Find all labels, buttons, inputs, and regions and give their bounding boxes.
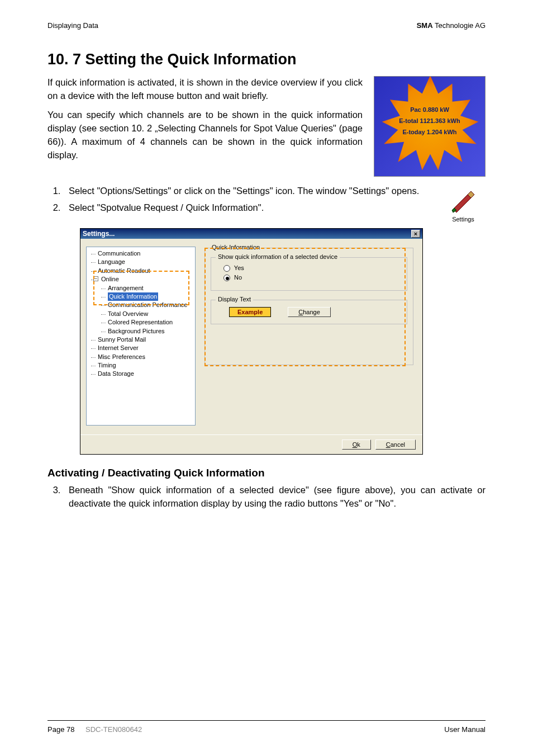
header-company-bold: SMA — [417, 21, 433, 30]
radio-yes-icon — [223, 265, 230, 272]
radio-yes-label: Yes — [234, 264, 244, 271]
tree-online[interactable]: Online — [101, 276, 119, 282]
tree-background-pictures[interactable]: Background Pictures — [88, 327, 194, 336]
intro-paragraph-1: If quick information is activated, it is… — [47, 76, 363, 103]
radio-no-icon — [223, 275, 230, 281]
radio-yes[interactable]: Yes — [223, 264, 400, 272]
example-swatch: Example — [229, 307, 271, 317]
step-1: Select "Options/Settings" or click on th… — [63, 185, 431, 198]
change-button[interactable]: Change — [288, 307, 331, 317]
tree-communication[interactable]: Communication — [88, 249, 194, 258]
display-text-group-label: Display Text — [216, 296, 253, 303]
dialog-title: Settings... — [83, 230, 115, 238]
tree-data-storage[interactable]: Data Storage — [88, 370, 194, 378]
settings-icon-label: Settings — [441, 216, 486, 223]
tree-internet-server[interactable]: Internet Server — [88, 344, 194, 352]
radio-no-label: No — [234, 274, 242, 281]
tree-colored-representation[interactable]: Colored Representation — [88, 318, 194, 327]
settings-icon — [449, 185, 478, 214]
footer-docid: SDC-TEN080642 — [85, 725, 142, 734]
show-quick-info-group-label: Show quick information of a selected dev… — [216, 253, 340, 260]
quick-info-line-1: Pac 0.880 kW — [374, 105, 485, 116]
header-left: Displaying Data — [47, 21, 98, 30]
tree-sunny-portal-mail[interactable]: Sunny Portal Mail — [88, 336, 194, 344]
quick-information-group-label: Quick Information — [210, 244, 262, 251]
header-right: SMA Technologie AG — [417, 21, 486, 30]
settings-dialog-figure: Settings... × Communication Language Aut… — [80, 228, 423, 455]
subsection-heading: Activating / Deactivating Quick Informat… — [47, 467, 486, 479]
quick-info-line-2: E-total 1121.363 kWh — [374, 116, 485, 127]
settings-tree[interactable]: Communication Language Automatic Readout… — [86, 247, 196, 426]
footer-right: User Manual — [444, 725, 486, 734]
step-2: Select "Spotvalue Request / Quick Inform… — [63, 201, 431, 215]
tree-arrangement[interactable]: Arrangement — [88, 284, 194, 292]
intro-paragraph-2: You can specify which channels are to be… — [47, 108, 363, 162]
page-title: 10. 7 Setting the Quick Information — [47, 51, 486, 68]
step-3: Beneath "Show quick information of a sel… — [63, 484, 486, 511]
tree-timing[interactable]: Timing — [88, 361, 194, 370]
tree-misc-preferences[interactable]: Misc Preferences — [88, 353, 194, 361]
close-icon[interactable]: × — [411, 230, 420, 238]
settings-toolbar-icon-figure: Settings — [441, 185, 486, 223]
tree-total-overview[interactable]: Total Overview — [88, 310, 194, 318]
tree-automatic-readout[interactable]: Automatic Readout — [88, 267, 194, 275]
tree-expander-minus-icon[interactable]: − — [93, 276, 98, 281]
quick-info-line-3: E-today 1.204 kWh — [374, 127, 485, 138]
tree-language[interactable]: Language — [88, 258, 194, 266]
ok-button[interactable]: Ok — [342, 440, 371, 450]
footer-page: Page 78 — [47, 725, 74, 734]
header-company-rest: Technologie AG — [433, 21, 486, 30]
cancel-button[interactable]: Cancel — [375, 440, 416, 450]
radio-no[interactable]: No — [223, 274, 400, 281]
tree-communication-performance[interactable]: Communication Performance — [88, 301, 194, 309]
quick-info-tooltip-figure: Pac 0.880 kW E-total 1121.363 kWh E-toda… — [374, 76, 486, 177]
tree-quick-information[interactable]: Quick Information — [108, 292, 158, 301]
